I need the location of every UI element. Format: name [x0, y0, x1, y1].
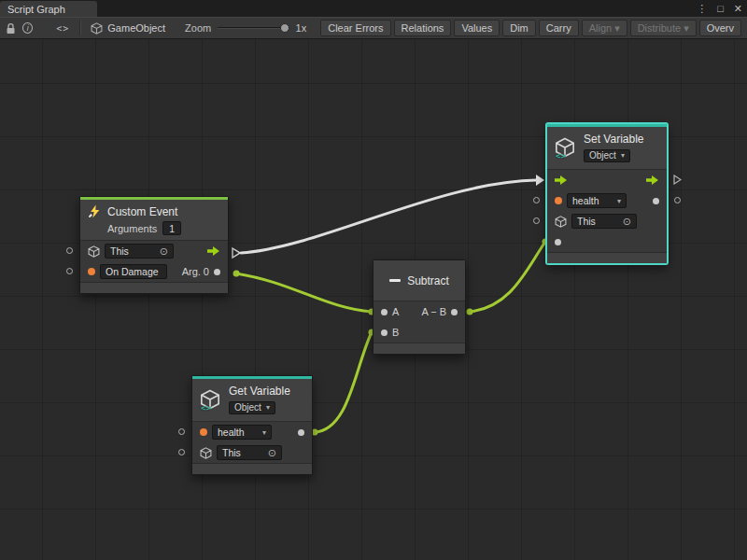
gameobject-cube-icon	[91, 22, 103, 35]
flow-in-port[interactable]	[555, 175, 568, 185]
close-icon[interactable]: ✕	[734, 4, 742, 14]
arg0-label: Arg. 0	[182, 266, 209, 277]
lock-icon[interactable]	[6, 22, 16, 35]
set-variable-name-row: health ▾	[547, 190, 667, 211]
distribute-dropdown[interactable]: Distribute▾	[630, 20, 697, 36]
object-port[interactable]	[178, 449, 185, 455]
target-port[interactable]	[66, 247, 73, 254]
tab-script-graph[interactable]: Script Graph	[0, 1, 97, 17]
string-port-dot[interactable]	[555, 197, 562, 204]
variable-name-dropdown[interactable]: health ▾	[212, 425, 272, 440]
get-variable-header: <> Get Variable Object ▾	[192, 379, 312, 422]
relations-button[interactable]: Relations	[394, 20, 452, 36]
target-field[interactable]: This ⊙	[217, 445, 282, 460]
chevron-down-icon: ▾	[266, 403, 270, 412]
window-controls: ⋮ □ ✕	[697, 0, 742, 17]
zoom-slider-track[interactable]	[218, 27, 289, 29]
get-variable-name-row: health ▾	[192, 422, 312, 442]
set-variable-flow-row	[547, 170, 667, 190]
gameobject-chip[interactable]: GameObject	[91, 22, 165, 35]
subtract-row-a: A A − B	[374, 301, 465, 322]
node-get-variable[interactable]: <> Get Variable Object ▾ health ▾	[191, 375, 313, 475]
value-in-port[interactable]	[555, 239, 561, 245]
event-name-field[interactable]: On Damage	[100, 264, 167, 279]
custom-event-name-row: On Damage Arg. 0	[80, 261, 228, 282]
variable-icon: <>	[555, 137, 577, 160]
tab-title: Script Graph	[7, 4, 65, 15]
dim-button[interactable]: Dim	[502, 20, 536, 36]
tab-bar: Script Graph ⋮ □ ✕	[0, 0, 747, 17]
object-picker-icon: ⊙	[268, 448, 276, 458]
carry-button[interactable]: Carry	[539, 20, 579, 36]
wire-value-subtract-setvariable[interactable]	[467, 239, 549, 315]
code-icon[interactable]: <>	[56, 23, 69, 34]
set-variable-value-row	[547, 231, 667, 252]
node-footer	[547, 252, 667, 263]
custom-event-header: Custom Event Arguments 1	[80, 200, 228, 241]
flow-out-ring[interactable]	[673, 175, 682, 187]
info-icon[interactable]: i	[22, 22, 33, 34]
input-a-port[interactable]	[381, 309, 388, 315]
input-b-label: B	[392, 327, 399, 338]
subtract-header: Subtract	[374, 260, 465, 301]
clear-errors-button[interactable]: Clear Errors	[320, 20, 390, 36]
name-port[interactable]	[178, 428, 185, 435]
chevron-down-icon: ▾	[617, 197, 621, 205]
wire-value-getvariable-subtractB[interactable]	[312, 329, 375, 436]
target-field[interactable]: This ⊙	[105, 244, 174, 259]
variable-name-dropdown[interactable]: health ▾	[567, 193, 627, 208]
graph-canvas[interactable]: Custom Event Arguments 1 This ⊙	[0, 39, 747, 560]
string-port-dot[interactable]	[200, 428, 207, 436]
zoom-slider[interactable]	[218, 21, 289, 35]
gameobject-icon	[200, 447, 212, 459]
arguments-field[interactable]: 1	[162, 221, 181, 235]
variable-kind-dropdown[interactable]: Object ▾	[584, 149, 630, 162]
subtract-row-b: B	[374, 322, 465, 343]
node-custom-event[interactable]: Custom Event Arguments 1 This ⊙	[79, 196, 229, 294]
gameobject-label: GameObject	[107, 22, 165, 34]
gameobject-icon	[88, 245, 100, 258]
zoom-value: 1x	[296, 22, 307, 34]
window-menu-icon[interactable]: ⋮	[697, 4, 707, 14]
object-port[interactable]	[533, 217, 540, 224]
target-field[interactable]: This ⊙	[571, 214, 637, 229]
string-port-dot[interactable]	[88, 268, 95, 275]
node-footer	[192, 463, 312, 474]
toolbar-divider	[79, 21, 80, 35]
value-out-port[interactable]	[653, 198, 659, 204]
trigger-out-port[interactable]	[207, 246, 220, 256]
align-dropdown[interactable]: Align▾	[582, 20, 627, 36]
variable-kind-dropdown[interactable]: Object ▾	[229, 401, 275, 414]
name-port[interactable]	[533, 197, 540, 203]
node-footer	[80, 282, 228, 293]
input-b-port[interactable]	[381, 329, 388, 336]
wire-flow-customevent-setvariable[interactable]	[233, 175, 544, 258]
chevron-down-icon: ▾	[262, 428, 266, 437]
event-name-port[interactable]	[66, 268, 73, 274]
maximize-icon[interactable]: □	[717, 4, 724, 14]
custom-event-target-row: This ⊙	[80, 241, 228, 261]
get-variable-target-row: This ⊙	[192, 442, 312, 463]
output-label: A − B	[421, 306, 446, 317]
value-out-port[interactable]	[298, 429, 304, 436]
input-a-label: A	[392, 306, 399, 317]
result-out-port[interactable]	[451, 309, 458, 315]
flow-out-port[interactable]	[646, 175, 659, 185]
object-picker-icon: ⊙	[160, 246, 168, 257]
node-title: Subtract	[407, 274, 449, 287]
value-out-ring[interactable]	[674, 197, 681, 203]
zoom-slider-handle[interactable]	[280, 23, 289, 33]
wire-value-arg0-subtractA[interactable]	[233, 271, 375, 315]
set-variable-target-row: This ⊙	[547, 211, 667, 231]
node-subtract[interactable]: Subtract A A − B B	[373, 259, 466, 355]
node-footer	[374, 343, 465, 354]
chevron-down-icon: ▾	[684, 22, 689, 35]
lightning-icon	[88, 204, 102, 218]
object-picker-icon: ⊙	[623, 217, 631, 227]
values-button[interactable]: Values	[454, 20, 500, 36]
gameobject-icon	[555, 216, 567, 228]
chevron-down-icon: ▾	[621, 151, 625, 160]
node-set-variable[interactable]: <> Set Variable Object ▾	[546, 123, 668, 264]
arg0-out-port[interactable]	[214, 269, 220, 275]
overview-button[interactable]: Overv	[699, 20, 741, 36]
